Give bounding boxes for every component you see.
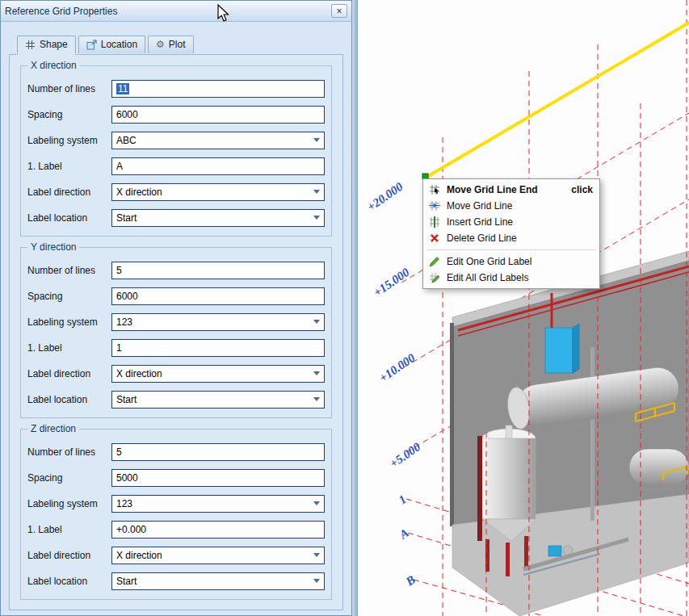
axis-label[interactable]: A bbox=[397, 526, 411, 542]
edit-one-grid-label-icon bbox=[427, 256, 442, 267]
group-title: Y direction bbox=[27, 241, 79, 253]
z-direction-number-of-lines-input[interactable]: 5 bbox=[111, 443, 325, 461]
field-row: Spacing6000 bbox=[27, 283, 325, 309]
field-label: Spacing bbox=[27, 291, 111, 302]
field-value: 5 bbox=[116, 446, 122, 458]
model-viewport[interactable]: +20.000 +15.000 +10.000 +5.000 1 A B bbox=[358, 0, 689, 616]
chevron-down-icon bbox=[313, 216, 320, 223]
x-direction-number-of-lines-input[interactable]: 11 bbox=[111, 80, 325, 98]
grid-labels[interactable]: +20.000 +15.000 +10.000 +5.000 1 A B bbox=[365, 180, 423, 589]
x-direction-spacing-input[interactable]: 6000 bbox=[111, 106, 325, 124]
tab-location[interactable]: Location bbox=[78, 36, 145, 53]
x-direction-label-location-select[interactable]: Start bbox=[111, 209, 325, 227]
field-value: +0.000 bbox=[116, 524, 146, 535]
menu-separator bbox=[427, 249, 595, 250]
z-direction-label-location-select[interactable]: Start bbox=[111, 572, 325, 590]
field-value: 11 bbox=[116, 83, 129, 94]
elevation-label[interactable]: +5.000 bbox=[388, 440, 423, 471]
tab-plot[interactable]: ⚙ Plot bbox=[148, 36, 193, 53]
axis-label[interactable]: 1 bbox=[397, 492, 409, 506]
field-label: Labeling system bbox=[27, 316, 111, 328]
z-direction-labeling-system-select[interactable]: 123 bbox=[111, 495, 325, 513]
group-title: X direction bbox=[27, 60, 80, 71]
y-direction-1-label-input[interactable]: 1 bbox=[111, 339, 325, 357]
z-direction-1-label-input[interactable]: +0.000 bbox=[111, 521, 325, 538]
field-row: 1. LabelA bbox=[27, 153, 325, 179]
field-row: Label locationStart bbox=[27, 205, 325, 231]
selected-grid-line[interactable] bbox=[422, 22, 689, 179]
context-menu: Move Grid Line End click Move Grid Line … bbox=[422, 178, 600, 289]
field-label: Label location bbox=[27, 394, 111, 405]
menu-item-label: Edit One Grid Label bbox=[447, 256, 531, 267]
field-row: Label directionX direction bbox=[27, 179, 325, 205]
tab-bar: Shape Location ⚙ Plot bbox=[17, 36, 194, 53]
chevron-down-icon bbox=[313, 397, 320, 404]
menu-item-edit-one-grid-label[interactable]: Edit One Grid Label bbox=[423, 254, 599, 270]
x-direction-1-label-input[interactable]: A bbox=[111, 157, 325, 175]
y-direction-labeling-system-select[interactable]: 123 bbox=[111, 313, 325, 331]
dialog-body: X directionNumber of lines11Spacing6000L… bbox=[9, 54, 343, 610]
field-row: Labeling systemABC bbox=[27, 128, 325, 153]
menu-item-delete-grid-line[interactable]: Delete Grid Line bbox=[423, 230, 599, 246]
chevron-down-icon bbox=[313, 138, 320, 145]
x-direction-label-direction-select[interactable]: X direction bbox=[111, 183, 325, 201]
menu-item-label: Move Grid Line End bbox=[447, 184, 538, 195]
z-direction-spacing-input[interactable]: 5000 bbox=[111, 469, 325, 487]
field-label: Number of lines bbox=[27, 446, 111, 458]
elevation-label[interactable]: +10.000 bbox=[377, 351, 418, 385]
field-label: Number of lines bbox=[27, 265, 111, 276]
field-value: A bbox=[116, 161, 123, 172]
dialog-titlebar[interactable]: Reference Grid Properties × bbox=[1, 1, 351, 22]
field-value: 5 bbox=[116, 265, 122, 276]
field-value: X direction bbox=[116, 550, 162, 561]
menu-item-label: Delete Grid Line bbox=[447, 233, 517, 244]
field-label: Label location bbox=[27, 576, 111, 587]
y-direction-number-of-lines-input[interactable]: 5 bbox=[111, 262, 325, 279]
menu-item-label: Edit All Grid Labels bbox=[447, 272, 528, 283]
mouse-cursor bbox=[217, 4, 233, 23]
y-direction-label-location-select[interactable]: Start bbox=[111, 391, 325, 409]
close-icon: × bbox=[336, 6, 342, 16]
menu-item-move-grid-line-end[interactable]: Move Grid Line End click bbox=[423, 182, 599, 198]
menu-item-move-grid-line[interactable]: Move Grid Line bbox=[423, 198, 599, 214]
move-grid-line-end-icon bbox=[427, 184, 442, 195]
dialog-title: Reference Grid Properties bbox=[5, 6, 331, 17]
field-value: ABC bbox=[116, 135, 137, 146]
edit-all-grid-labels-icon bbox=[427, 272, 442, 283]
y-direction-label-direction-select[interactable]: X direction bbox=[111, 365, 325, 383]
field-value: X direction bbox=[116, 368, 162, 379]
tab-label: Location bbox=[101, 39, 137, 50]
axis-label[interactable]: B bbox=[403, 573, 418, 589]
field-row: Label directionX direction bbox=[27, 361, 325, 387]
elevation-label[interactable]: +15.000 bbox=[372, 266, 412, 300]
field-label: Label direction bbox=[27, 368, 111, 379]
x-direction-labeling-system-select[interactable]: ABC bbox=[111, 132, 325, 149]
menu-item-label: Move Grid Line bbox=[447, 200, 512, 212]
delete-grid-line-icon bbox=[427, 233, 442, 244]
y-direction-spacing-input[interactable]: 6000 bbox=[111, 287, 325, 305]
menu-item-edit-all-grid-labels[interactable]: Edit All Grid Labels bbox=[423, 270, 599, 286]
menu-item-insert-grid-line[interactable]: Insert Grid Line bbox=[423, 214, 599, 230]
field-value: 123 bbox=[116, 498, 132, 509]
move-grid-line-icon bbox=[427, 200, 442, 212]
group-title: Z direction bbox=[27, 423, 79, 434]
field-label: Spacing bbox=[27, 109, 111, 120]
tab-label: Plot bbox=[169, 39, 186, 50]
z-direction-group: Z directionNumber of lines5Spacing5000La… bbox=[20, 429, 332, 600]
tab-shape[interactable]: Shape bbox=[17, 36, 76, 53]
field-value: X direction bbox=[116, 186, 162, 198]
field-row: 1. Label+0.000 bbox=[27, 517, 325, 543]
chevron-down-icon bbox=[313, 579, 320, 586]
y-direction-group: Y directionNumber of lines5Spacing6000La… bbox=[20, 247, 332, 418]
z-direction-label-direction-select[interactable]: X direction bbox=[111, 547, 325, 564]
elevation-label[interactable]: +20.000 bbox=[365, 180, 405, 214]
field-row: Label directionX direction bbox=[27, 543, 325, 568]
location-icon bbox=[86, 40, 97, 50]
field-label: Label location bbox=[27, 212, 111, 224]
field-label: Labeling system bbox=[27, 498, 111, 509]
field-label: Labeling system bbox=[27, 135, 111, 146]
menu-item-hint: click bbox=[571, 184, 593, 195]
close-button[interactable]: × bbox=[331, 4, 347, 18]
field-row: 1. Label1 bbox=[27, 335, 325, 361]
field-value: 6000 bbox=[116, 291, 138, 302]
